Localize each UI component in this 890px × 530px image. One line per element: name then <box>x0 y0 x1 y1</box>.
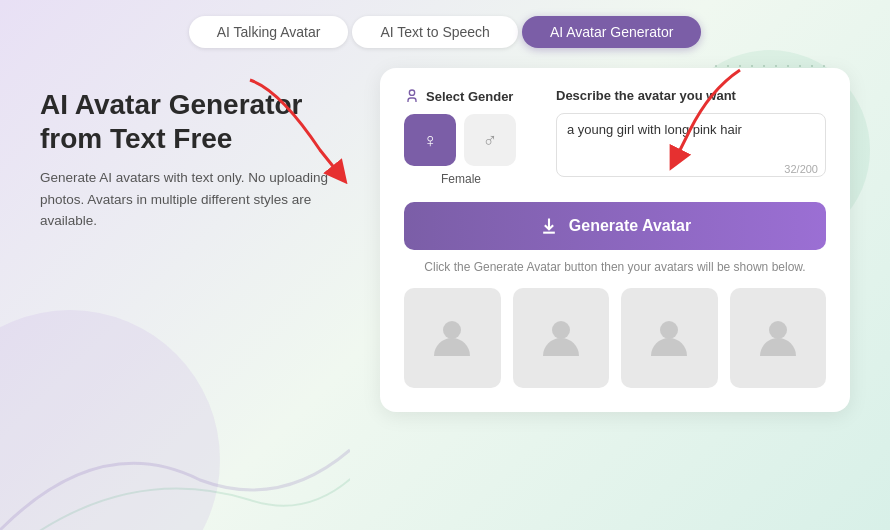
svg-point-3 <box>443 321 461 339</box>
nav-tabs: AI Talking Avatar AI Text to Speech AI A… <box>0 0 890 68</box>
gender-female-button[interactable]: ♀ <box>404 114 456 166</box>
generate-avatar-button[interactable]: Generate Avatar <box>404 202 826 250</box>
gender-male-button[interactable]: ♂ <box>464 114 516 166</box>
avatar-icon-1 <box>428 314 476 362</box>
page-title: AI Avatar Generator from Text Free <box>40 88 360 155</box>
char-count: 32/200 <box>784 163 818 175</box>
avatar-grid <box>404 288 826 388</box>
svg-point-6 <box>769 321 787 339</box>
gender-buttons: ♀ ♂ <box>404 114 516 166</box>
avatar-placeholder-4 <box>730 288 827 388</box>
main-card: Select Gender ♀ ♂ Female Describe the av… <box>380 68 850 412</box>
selected-gender-label: Female <box>406 172 516 186</box>
describe-section: Describe the avatar you want 32/200 <box>556 88 826 186</box>
page-description: Generate AI avatars with text only. No u… <box>40 167 360 232</box>
tab-talking-avatar[interactable]: AI Talking Avatar <box>189 16 349 48</box>
generate-button-label: Generate Avatar <box>569 217 691 235</box>
download-icon <box>539 216 559 236</box>
describe-label: Describe the avatar you want <box>556 88 736 103</box>
avatar-placeholder-3 <box>621 288 718 388</box>
svg-point-4 <box>552 321 570 339</box>
left-panel: AI Avatar Generator from Text Free Gener… <box>40 68 380 412</box>
person-icon <box>404 88 420 104</box>
avatar-placeholder-2 <box>513 288 610 388</box>
avatar-placeholder-1 <box>404 288 501 388</box>
avatar-icon-3 <box>645 314 693 362</box>
help-text: Click the Generate Avatar button then yo… <box>404 260 826 274</box>
avatar-icon-4 <box>754 314 802 362</box>
svg-point-5 <box>660 321 678 339</box>
svg-point-2 <box>409 90 414 95</box>
avatar-icon-2 <box>537 314 585 362</box>
tab-avatar-generator[interactable]: AI Avatar Generator <box>522 16 701 48</box>
tab-text-to-speech[interactable]: AI Text to Speech <box>352 16 517 48</box>
gender-label: Select Gender <box>426 89 513 104</box>
gender-section: Select Gender ♀ ♂ Female <box>404 88 516 186</box>
